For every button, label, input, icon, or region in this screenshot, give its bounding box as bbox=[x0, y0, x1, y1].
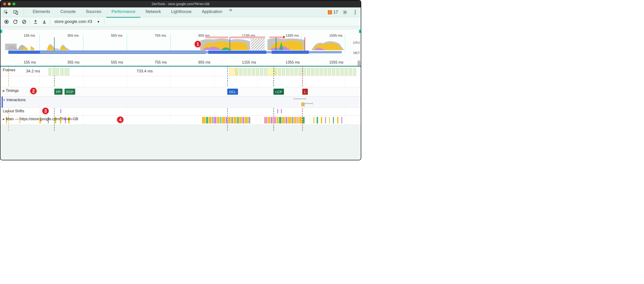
cpu-activity-graph bbox=[0, 37, 351, 50]
frame-chip[interactable] bbox=[243, 68, 246, 75]
frame-chip[interactable] bbox=[278, 68, 281, 75]
frame-chip[interactable] bbox=[294, 68, 298, 75]
frame-chip[interactable] bbox=[60, 68, 64, 75]
overview-left-handle[interactable] bbox=[0, 30, 2, 33]
layout-shift-event[interactable] bbox=[281, 109, 282, 113]
frame-chip[interactable] bbox=[48, 68, 51, 75]
settings-icon[interactable] bbox=[342, 9, 348, 15]
svg-rect-25 bbox=[208, 117, 212, 123]
frame-chip[interactable] bbox=[307, 68, 310, 75]
frame-chip[interactable] bbox=[256, 68, 259, 75]
frame-chip[interactable] bbox=[344, 68, 348, 75]
svg-line-10 bbox=[23, 21, 25, 23]
frame-chip[interactable] bbox=[235, 68, 238, 75]
kebab-menu-icon[interactable] bbox=[352, 9, 358, 15]
reload-record-button[interactable] bbox=[12, 18, 18, 25]
frame-chip[interactable] bbox=[328, 68, 331, 75]
frame-chip[interactable] bbox=[64, 68, 69, 75]
frame-chip[interactable] bbox=[264, 68, 268, 75]
minimize-window-button[interactable] bbox=[8, 2, 11, 5]
tab-network[interactable]: Network bbox=[140, 7, 166, 18]
flame-chart-area[interactable]: Frames 34.2 ms 733.4 ms bbox=[0, 66, 361, 125]
timings-track-header[interactable]: ▶ Timings bbox=[3, 89, 18, 93]
layout-shift-event[interactable] bbox=[60, 109, 61, 113]
frame-chip[interactable] bbox=[282, 68, 285, 75]
frame-chip[interactable] bbox=[353, 68, 356, 75]
overview-right-handle[interactable] bbox=[359, 30, 361, 33]
spacer bbox=[0, 76, 361, 87]
frame-chip[interactable] bbox=[286, 68, 289, 75]
svg-rect-45 bbox=[279, 117, 281, 123]
performance-toolbar: store.google.com #3 ▼ bbox=[0, 17, 361, 26]
frame-chip[interactable] bbox=[336, 68, 340, 75]
dropdown-icon: ▼ bbox=[97, 20, 100, 24]
main-track-header[interactable]: ▶ Main — https://store.google.com/?hl=en… bbox=[3, 117, 78, 121]
close-window-button[interactable] bbox=[3, 2, 6, 5]
window-controls bbox=[3, 2, 15, 5]
frame-chip[interactable] bbox=[311, 68, 314, 75]
frame-chip[interactable] bbox=[315, 68, 318, 75]
more-tabs-button[interactable]: » bbox=[229, 7, 232, 18]
tab-console[interactable]: Console bbox=[55, 7, 81, 18]
timeline-overview[interactable]: 155 ms 355 ms 555 ms 755 ms 955 ms 1155 … bbox=[0, 30, 361, 60]
frame-chip[interactable] bbox=[349, 68, 352, 75]
device-toolbar-icon[interactable] bbox=[12, 9, 19, 15]
svg-rect-56 bbox=[321, 117, 322, 123]
download-profile-button[interactable] bbox=[41, 18, 48, 25]
tab-lighthouse[interactable]: Lighthouse bbox=[166, 7, 197, 18]
svg-point-6 bbox=[355, 13, 356, 14]
svg-rect-52 bbox=[299, 117, 302, 123]
frame-chip[interactable] bbox=[229, 68, 234, 75]
main-thread-track[interactable]: ▶ Main — https://store.google.com/?hl=en… bbox=[0, 116, 361, 125]
timing-pill-dcl[interactable]: DCL bbox=[227, 89, 238, 95]
timing-pill-fp[interactable]: FP bbox=[54, 89, 62, 95]
timing-pill-lcp[interactable]: LCP bbox=[274, 89, 284, 95]
frames-track[interactable]: Frames 34.2 ms 733.4 ms bbox=[0, 66, 361, 76]
svg-rect-42 bbox=[271, 117, 272, 123]
record-button[interactable] bbox=[3, 18, 10, 25]
timings-track[interactable]: ▶ Timings 2 FP FCP DCL LCP L bbox=[0, 87, 361, 96]
upload-profile-button[interactable] bbox=[32, 18, 39, 25]
timing-pill-l[interactable]: L bbox=[302, 89, 308, 95]
svg-rect-37 bbox=[242, 117, 244, 123]
svg-rect-60 bbox=[337, 117, 338, 123]
svg-rect-55 bbox=[317, 117, 318, 123]
interactions-track-header[interactable]: ▼ Interactions bbox=[3, 98, 26, 102]
layout-shifts-track[interactable]: Layout Shifts 3 bbox=[0, 108, 361, 116]
frame-chip[interactable] bbox=[324, 68, 327, 75]
svg-point-8 bbox=[6, 21, 8, 23]
chevron-right-icon: ▶ bbox=[3, 117, 5, 121]
frame-chip[interactable] bbox=[252, 68, 255, 75]
frame-chip[interactable] bbox=[274, 68, 277, 75]
annotation-badge-1: 1 bbox=[194, 40, 202, 48]
timing-pill-fcp[interactable]: FCP bbox=[64, 89, 75, 95]
frame-chip[interactable] bbox=[340, 68, 344, 75]
tab-performance[interactable]: Performance bbox=[106, 7, 140, 18]
frame-chip[interactable] bbox=[298, 68, 302, 75]
layout-shift-event[interactable] bbox=[277, 109, 278, 113]
annotation-badge-3: 3 bbox=[42, 107, 49, 115]
frame-chip[interactable] bbox=[320, 68, 323, 75]
issues-badge[interactable]: ! 17 bbox=[328, 10, 338, 15]
frame-chip[interactable] bbox=[239, 68, 242, 75]
tab-application[interactable]: Application bbox=[197, 7, 227, 18]
frame-chip[interactable] bbox=[290, 68, 294, 75]
maximize-window-button[interactable] bbox=[12, 2, 15, 5]
frame-chip[interactable] bbox=[303, 68, 306, 75]
timeline-ruler[interactable]: 155 ms 355 ms 555 ms 755 ms 955 ms 1155 … bbox=[0, 60, 361, 66]
frame-chip[interactable] bbox=[248, 68, 251, 75]
interactions-track[interactable]: ▼ Interactions bbox=[0, 96, 361, 108]
svg-rect-41 bbox=[268, 117, 270, 123]
recording-selector[interactable]: store.google.com #3 ▼ bbox=[52, 19, 102, 24]
frame-chip[interactable] bbox=[268, 68, 273, 75]
inspect-element-icon[interactable] bbox=[3, 9, 9, 15]
clear-button[interactable] bbox=[21, 18, 28, 25]
frame-chip[interactable] bbox=[52, 68, 59, 75]
frame-chip[interactable] bbox=[332, 68, 335, 75]
svg-rect-27 bbox=[214, 117, 216, 123]
frame-chip[interactable] bbox=[260, 68, 263, 75]
svg-rect-29 bbox=[220, 117, 222, 123]
tab-elements[interactable]: Elements bbox=[28, 7, 55, 18]
tab-sources[interactable]: Sources bbox=[81, 7, 106, 18]
interaction-whisker bbox=[304, 103, 313, 104]
